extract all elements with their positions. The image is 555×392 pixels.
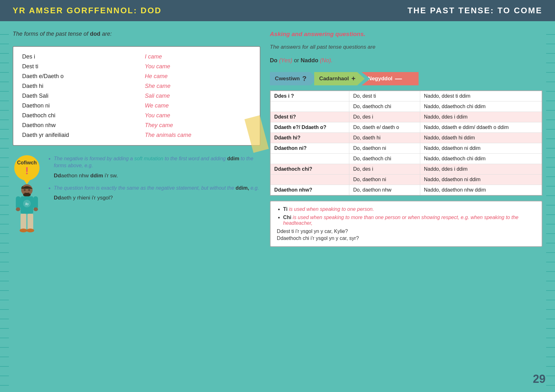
- positive-cell: Do, daethon ni: [349, 175, 420, 185]
- english-form: Sali came: [142, 91, 253, 101]
- question-cell: Ddaeth hi?: [270, 133, 349, 143]
- question-cell: Ddaethoch chi?: [270, 164, 349, 175]
- welsh-form: Daeth e/Daeth o: [20, 71, 142, 81]
- table-row: Do, daethon ni Naddo, ddaethon ni ddim: [270, 175, 542, 185]
- table-row: Ddest ti? Do, des i Naddo, ddes i ddim: [270, 112, 542, 122]
- welsh-form: Daethoch chi: [20, 111, 142, 120]
- svg-rect-5: [16, 196, 21, 209]
- question-cell: Ddaeth e?/ Ddaeth o?: [270, 122, 349, 133]
- question-cell: Ddest ti?: [270, 112, 349, 122]
- english-form: She came: [142, 81, 253, 91]
- notes-section: The negative is formed by adding a soft …: [47, 155, 260, 201]
- negative-cell: Naddo, ddaethon ni ddim: [420, 175, 542, 185]
- example-2: Ddaeth y rhieni i'r ysgol?: [54, 195, 260, 201]
- bottom-notes-list: Ti is used when speaking to one person. …: [277, 206, 535, 226]
- intro-text: The forms of the past tense of dod are:: [13, 31, 260, 37]
- svg-text:llo: llo: [25, 202, 28, 206]
- positive-cell: Do, daethon ni: [349, 143, 420, 154]
- note-1: The negative is formed by adding a soft …: [54, 155, 260, 169]
- main-content: The forms of the past tense of dod are: …: [0, 21, 555, 256]
- form-row: Daeth e/Daeth o He came: [20, 71, 253, 81]
- bottom-note-chi: Chi is used when speaking to more than o…: [283, 215, 535, 226]
- form-row: Dest ti You came: [20, 62, 253, 71]
- cofiwch-bubble: Cofiwch !: [14, 155, 40, 181]
- question-cell: [270, 175, 349, 185]
- example-1: Ddaethon nhw ddim i'r sw.: [54, 173, 260, 179]
- right-column: Asking and answering questions. The answ…: [270, 31, 542, 247]
- table-row: Ddaeth e?/ Ddaeth o? Do, daeth e/ daeth …: [270, 122, 542, 133]
- example-3: Ddest ti i'r ysgol yn y car, Kylie?: [277, 229, 535, 234]
- table-row: Ddes i ? Do, dest ti Naddo, ddest ti ddi…: [270, 91, 542, 101]
- welsh-form: Dest ti: [20, 62, 142, 71]
- svg-point-1: [24, 189, 26, 191]
- welsh-form: Daethon nhw: [20, 120, 142, 130]
- welsh-title: YR AMSER GORFFENNOL: DOD: [13, 6, 162, 15]
- svg-point-11: [20, 229, 27, 232]
- question-cell: Ddaethon ni?: [270, 143, 349, 154]
- questions-table: Ddes i ? Do, dest ti Naddo, ddest ti ddi…: [270, 90, 542, 196]
- negative-cell: Naddo, ddaethoch chi ddim: [420, 154, 542, 164]
- cofiwch-section: Cofiwch !: [13, 155, 260, 240]
- svg-point-7: [16, 207, 20, 211]
- english-form: I came: [142, 52, 253, 62]
- negative-cell: Naddo, ddaethon nhw ddim: [420, 185, 542, 196]
- form-row: Des i I came: [20, 52, 253, 62]
- positive-cell: Do, daethon nhw: [349, 185, 420, 196]
- do-naddo: Do (Yes) or Naddo (No).: [270, 57, 542, 64]
- page-number: 29: [533, 372, 546, 386]
- forms-box: Des i I came Dest ti You came Daeth e/Da…: [13, 46, 260, 146]
- positive-cell: Do, daeth hi: [349, 133, 420, 143]
- english-form: You came: [142, 62, 253, 71]
- negative-cell: Naddo, ddes i ddim: [420, 112, 542, 122]
- positive-cell: Do, des i: [349, 164, 420, 175]
- svg-point-12: [27, 229, 34, 232]
- plus-icon: +: [351, 75, 355, 83]
- character-figure: llo: [13, 183, 41, 240]
- svg-rect-9: [21, 214, 26, 230]
- table-row: Do, daethoch chi Naddo, ddaethoch chi dd…: [270, 154, 542, 164]
- svg-point-3: [23, 193, 31, 197]
- welsh-form: Daethon ni: [20, 101, 142, 111]
- welsh-form: Daeth Sali: [20, 91, 142, 101]
- negative-cell: Naddo, ddaethon ni ddim: [420, 143, 542, 154]
- question-cell: [270, 154, 349, 164]
- english-form: You came: [142, 111, 253, 120]
- english-form: We came: [142, 101, 253, 111]
- col-header-negyddol: Negyddol —: [362, 72, 419, 85]
- positive-cell: Do, daethoch chi: [349, 154, 420, 164]
- negative-cell: Naddo, ddaeth hi ddim: [420, 133, 542, 143]
- form-row: Daeth Sali Sali came: [20, 91, 253, 101]
- form-row: Daethon nhw They came: [20, 120, 253, 130]
- note-2: The question form is exactly the same as…: [54, 185, 260, 192]
- col-header-cwestiwn: Cwestiwn ?: [270, 72, 317, 85]
- welsh-form: Daeth hi: [20, 81, 142, 91]
- table-row: Ddaethon ni? Do, daethon ni Naddo, ddaet…: [270, 143, 542, 154]
- svg-point-2: [28, 189, 30, 191]
- question-cell: [270, 101, 349, 112]
- cofiwch-exclaim: !: [25, 166, 29, 176]
- svg-rect-6: [33, 196, 38, 209]
- form-row: Daeth hi She came: [20, 81, 253, 91]
- asking-title: Asking and answering questions.: [270, 31, 542, 38]
- minus-icon: —: [395, 75, 402, 83]
- form-row: Daeth yr anifeiliaid The animals came: [20, 130, 253, 140]
- question-cell: Ddes i ?: [270, 91, 349, 101]
- negative-cell: Naddo, ddes i ddim: [420, 164, 542, 175]
- table-row: Ddaethoch chi? Do, des i Naddo, ddes i d…: [270, 164, 542, 175]
- table-row: Ddaeth hi? Do, daeth hi Naddo, ddaeth hi…: [270, 133, 542, 143]
- col-header-cadarnhaol: Cadarnhaol +: [314, 72, 365, 85]
- column-headers: Cwestiwn ? Cadarnhaol + Negyddol —: [270, 72, 542, 85]
- answers-subtitle: The answers for all past tense questions…: [270, 44, 542, 50]
- table-row: Ddaethon nhw? Do, daethon nhw Naddo, dda…: [270, 185, 542, 196]
- question-mark-icon: ?: [302, 75, 306, 83]
- welsh-form: Des i: [20, 52, 142, 62]
- negative-cell: Naddo, ddaeth e ddim/ ddaeth o ddim: [420, 122, 542, 133]
- header-bar: YR AMSER GORFFENNOL: DOD THE PAST TENSE:…: [0, 0, 555, 21]
- english-title: THE PAST TENSE: TO COME: [408, 6, 542, 15]
- negative-cell: Naddo, ddaethoch chi ddim: [420, 101, 542, 112]
- form-row: Daethoch chi You came: [20, 111, 253, 120]
- form-row: Daethon ni We came: [20, 101, 253, 111]
- svg-point-8: [34, 207, 38, 211]
- english-form: They came: [142, 120, 253, 130]
- english-form: The animals came: [142, 130, 253, 140]
